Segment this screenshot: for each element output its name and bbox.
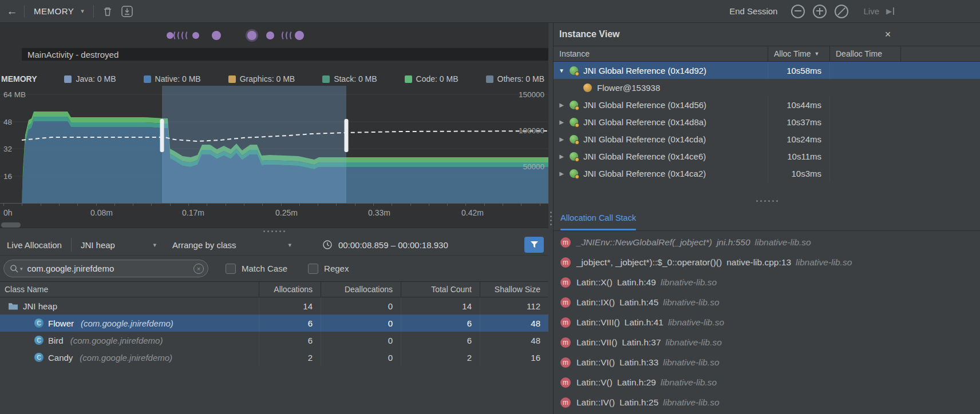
method-icon: m bbox=[560, 357, 571, 368]
jump-to-live-button[interactable]: ▶ bbox=[886, 7, 894, 15]
regex-label[interactable]: Regex bbox=[324, 264, 349, 273]
cell-shallow-size: 48 bbox=[480, 332, 548, 349]
minus-icon bbox=[795, 10, 801, 11]
instance-row[interactable]: ▶ JNI Global Reference (0x14ce6) 10s11ms bbox=[554, 148, 980, 165]
stack-frame[interactable]: m Latin::X() Latin.h:49 libnative-lib.so bbox=[554, 272, 980, 292]
arrange-dropdown[interactable]: Arrange by class ▾ bbox=[172, 240, 291, 250]
expander-icon[interactable]: ▶ bbox=[554, 136, 570, 142]
tab-allocation-call-stack[interactable]: Allocation Call Stack bbox=[560, 205, 636, 230]
instance-row[interactable]: ▶ JNI Global Reference (0x14d56) 10s44ms bbox=[554, 96, 980, 113]
table-row-jni-heap[interactable]: JNI heap 14 0 14 112 bbox=[0, 297, 548, 315]
expander-icon[interactable]: ▶ bbox=[554, 153, 570, 160]
reset-zoom-button[interactable] bbox=[835, 5, 848, 18]
vertical-splitter[interactable] bbox=[548, 23, 553, 414]
column-header-filler bbox=[900, 46, 980, 61]
axis-tick bbox=[392, 204, 392, 206]
stack-frame[interactable]: m _jobject*, _jobject*)::$_0::operator()… bbox=[554, 252, 980, 272]
axis-tick bbox=[429, 204, 429, 206]
column-header-class-name[interactable]: Class Name bbox=[0, 282, 259, 297]
method-icon: m bbox=[560, 397, 571, 408]
table-row-candy[interactable]: C Candy (com.google.jnirefdemo) 2 0 2 16 bbox=[0, 349, 548, 366]
instance-row[interactable]: ▼ JNI Global Reference (0x14d92) 10s58ms bbox=[554, 62, 980, 79]
axis-tick bbox=[503, 204, 503, 206]
column-header-dealloc-time[interactable]: Dealloc Time bbox=[829, 46, 900, 61]
column-header-deallocations[interactable]: Deallocations bbox=[321, 282, 401, 297]
svg-text:150000: 150000 bbox=[519, 90, 544, 99]
heap-dropdown[interactable]: JNI heap ▾ bbox=[81, 240, 156, 250]
axis-tick bbox=[3, 204, 4, 206]
column-header-total-count[interactable]: Total Count bbox=[401, 282, 480, 297]
live-button[interactable]: Live bbox=[863, 6, 879, 16]
svg-text:64 MB: 64 MB bbox=[3, 90, 26, 99]
instance-view-panel: Instance View × Instance Alloc Time ▼ De… bbox=[553, 23, 980, 414]
splitter-grip bbox=[279, 230, 281, 232]
export-session-button[interactable] bbox=[121, 6, 133, 17]
column-header-allocations[interactable]: Allocations bbox=[259, 282, 321, 297]
back-button[interactable]: ← bbox=[0, 5, 24, 18]
match-case-checkbox[interactable] bbox=[226, 264, 236, 274]
horizontal-splitter[interactable] bbox=[0, 228, 548, 234]
match-case-label[interactable]: Match Case bbox=[242, 264, 287, 273]
class-name: Bird bbox=[48, 336, 64, 345]
time-axis-label: 0h bbox=[3, 208, 13, 217]
delete-session-button[interactable] bbox=[103, 6, 112, 17]
regex-checkbox[interactable] bbox=[308, 264, 318, 274]
time-axis: 0h0.08m0.17m0.25m0.33m0.42m bbox=[0, 203, 548, 222]
stack-frame[interactable]: m Latin::VI() Latin.h:33 libnative-lib.s… bbox=[554, 352, 980, 372]
axis-tick bbox=[207, 204, 207, 206]
axis-tick bbox=[336, 204, 337, 206]
stack-frame[interactable]: m Latin::V() Latin.h:29 libnative-lib.so bbox=[554, 372, 980, 392]
instance-row[interactable]: ▶ JNI Global Reference (0x14ca2) 10s3ms bbox=[554, 165, 980, 182]
search-input[interactable]: ▾ com.google.jnirefdemo × bbox=[3, 260, 208, 277]
end-session-button[interactable]: End Session bbox=[729, 6, 777, 16]
splitter-grip bbox=[271, 230, 273, 232]
stack-frame[interactable]: m Latin::VII() Latin.h:37 libnative-lib.… bbox=[554, 332, 980, 352]
method-icon: m bbox=[560, 337, 571, 348]
stack-frame[interactable]: m Latin::IV() Latin.h:25 libnative-lib.s… bbox=[554, 392, 980, 412]
filter-button[interactable] bbox=[524, 237, 544, 253]
column-header-shallow-size[interactable]: Shallow Size bbox=[480, 282, 548, 297]
horizontal-splitter[interactable] bbox=[554, 197, 980, 205]
close-icon[interactable]: × bbox=[880, 27, 895, 42]
zoom-in-button[interactable] bbox=[813, 5, 827, 18]
instance-row-child[interactable]: Flower@153938 bbox=[554, 79, 980, 96]
instance-row[interactable]: ▶ JNI Global Reference (0x14cda) 10s24ms bbox=[554, 130, 980, 148]
expander-icon[interactable]: ▼ bbox=[554, 67, 570, 74]
alloc-time-value: 10s37ms bbox=[768, 113, 829, 130]
frame-location: jni.h:550 bbox=[717, 237, 750, 248]
stack-frame[interactable]: m _JNIEnv::NewGlobalRef(_jobject*) jni.h… bbox=[554, 232, 980, 252]
event-dot bbox=[247, 31, 256, 40]
axis-tick bbox=[299, 204, 300, 206]
plus-icon bbox=[819, 8, 820, 15]
folder-icon bbox=[8, 302, 18, 310]
axis-tick bbox=[318, 204, 318, 206]
zoom-out-button[interactable] bbox=[791, 5, 805, 18]
splitter-grip bbox=[275, 230, 277, 232]
stack-frame[interactable]: m Latin::IX() Latin.h:45 libnative-lib.s… bbox=[554, 292, 980, 312]
timeline-scrollbar-thumb[interactable] bbox=[1, 222, 21, 228]
class-package: (com.google.jnirefdemo) bbox=[80, 353, 172, 363]
clear-search-icon[interactable]: × bbox=[193, 264, 204, 274]
class-table-body: JNI heap 14 0 14 112 C Flower (com.googl… bbox=[0, 297, 548, 366]
column-header-instance[interactable]: Instance bbox=[554, 46, 768, 61]
memory-chart-svg[interactable]: 64 MB48321615000010000050000 bbox=[0, 86, 548, 203]
profiler-type-dropdown[interactable]: MEMORY ▾ bbox=[25, 0, 93, 22]
top-toolbar: ← MEMORY ▾ End Session Live ▶ bbox=[0, 0, 980, 23]
axis-tick bbox=[114, 204, 115, 206]
chevron-down-icon: ▾ bbox=[153, 241, 156, 249]
table-row-flower[interactable]: C Flower (com.google.jnirefdemo) 6 0 6 4… bbox=[0, 315, 548, 332]
expander-icon[interactable]: ▶ bbox=[554, 170, 570, 177]
table-row-bird[interactable]: C Bird (com.google.jnirefdemo) 6 0 6 48 bbox=[0, 332, 548, 349]
frame-function: Latin::IX() bbox=[576, 297, 615, 308]
alloc-time-value: 10s3ms bbox=[768, 165, 829, 182]
stack-frame[interactable]: m Latin::VIII() Latin.h:41 libnative-lib… bbox=[554, 312, 980, 332]
live-allocation-label: Live Allocation bbox=[7, 240, 62, 250]
expander-icon[interactable]: ▶ bbox=[554, 119, 570, 125]
dealloc-time-value bbox=[829, 130, 900, 148]
axis-tick bbox=[447, 204, 448, 206]
instance-label: JNI Global Reference (0x14d56) bbox=[583, 100, 768, 110]
instance-row[interactable]: ▶ JNI Global Reference (0x14d8a) 10s37ms bbox=[554, 113, 980, 130]
column-header-alloc-time[interactable]: Alloc Time ▼ bbox=[768, 46, 829, 61]
event-dot bbox=[295, 31, 304, 40]
expander-icon[interactable]: ▶ bbox=[554, 102, 570, 108]
